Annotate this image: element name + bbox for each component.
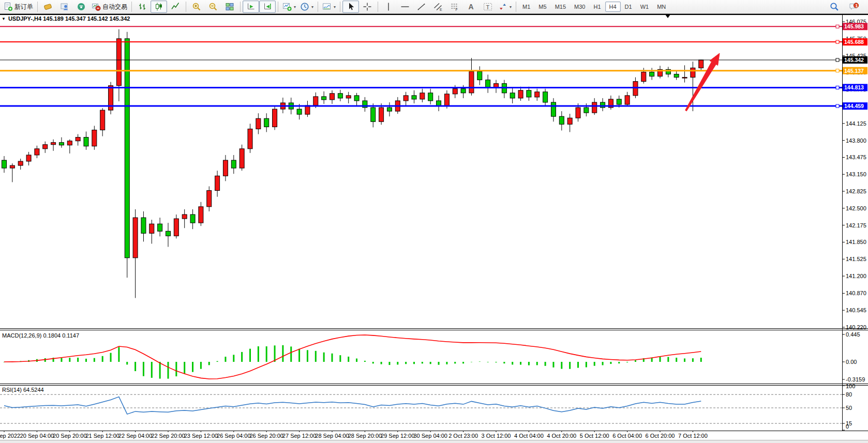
svg-text:28 Sep 20:00: 28 Sep 20:00	[348, 433, 382, 439]
svg-text:28 Sep 04:00: 28 Sep 04:00	[315, 433, 349, 439]
new-chart-icon	[282, 2, 292, 11]
svg-text:T: T	[486, 4, 490, 10]
arrows-button[interactable]: ▾	[496, 1, 514, 13]
line-chart-icon	[171, 2, 180, 11]
market-watch-icon	[60, 2, 69, 11]
line-anchor	[836, 69, 839, 72]
svg-text:5 Oct 12:00: 5 Oct 12:00	[580, 433, 609, 439]
timeframe-m1-button[interactable]: M1	[518, 2, 534, 12]
periods-button[interactable]: ▾	[298, 1, 316, 13]
price-axis[interactable]: 146.075145.750145.425145.100144.775144.4…	[842, 19, 866, 330]
svg-text:80: 80	[846, 391, 852, 398]
svg-text:26 Sep 04:00: 26 Sep 04:00	[217, 433, 250, 439]
channel-button[interactable]: E	[430, 1, 446, 13]
svg-text:145.983: 145.983	[844, 23, 864, 29]
bar-chart-button[interactable]	[134, 1, 151, 13]
svg-text:19 Sep 2022: 19 Sep 2022	[0, 433, 20, 439]
svg-text:2 Oct 23:00: 2 Oct 23:00	[448, 433, 478, 439]
timeframe-m15-button[interactable]: M15	[551, 2, 570, 12]
svg-text:141.525: 141.525	[846, 256, 866, 262]
crosshair-icon	[363, 2, 372, 11]
new-order-icon	[4, 2, 13, 11]
svg-text:143.150: 143.150	[846, 171, 866, 177]
text-icon: A	[467, 2, 476, 11]
timeframe-m5-button[interactable]: M5	[534, 2, 550, 12]
scroll-end-marker	[665, 14, 670, 18]
profiles-icon	[43, 2, 53, 11]
signals-button[interactable]	[73, 1, 89, 13]
svg-text:0: 0	[846, 423, 849, 430]
zoom-in-icon	[192, 2, 201, 11]
trendline-button[interactable]	[413, 1, 430, 13]
toolbar-separator	[240, 2, 241, 12]
rsi-indicator-label: RSI(14) 64.5244	[2, 387, 44, 393]
line-anchor	[836, 104, 839, 108]
chevron-down-icon: ▾	[510, 5, 512, 9]
chat-icon: 1	[849, 2, 859, 11]
svg-text:0.445: 0.445	[846, 331, 860, 338]
timeframe-h4-button[interactable]: H4	[605, 2, 621, 12]
svg-text:29 Sep 12:00: 29 Sep 12:00	[381, 433, 414, 439]
timeframe-w1-button[interactable]: W1	[636, 2, 653, 12]
svg-text:141.850: 141.850	[846, 239, 866, 245]
timeframe-d1-button[interactable]: D1	[621, 2, 636, 12]
toolbar-separator	[340, 2, 340, 12]
signals-icon	[77, 2, 86, 11]
periods-icon	[300, 2, 309, 11]
chart-canvas[interactable]: 146.075145.750145.425145.100144.775144.4…	[0, 14, 868, 443]
market-watch-button[interactable]	[56, 1, 73, 13]
svg-text:50: 50	[846, 405, 852, 411]
toolbar-separator	[378, 2, 378, 12]
svg-text:30 Sep 04:00: 30 Sep 04:00	[413, 433, 447, 439]
main-toolbar: 新订单自动交易▾▾▾EFAT▾M1M5M15M30H1H4D1W1MN1	[0, 0, 868, 14]
horizontal-line-button[interactable]	[397, 1, 413, 13]
search-button[interactable]	[826, 1, 843, 13]
svg-text:145.342: 145.342	[844, 57, 864, 63]
line-anchor	[836, 58, 839, 62]
crosshair-button[interactable]	[359, 1, 376, 13]
zoom-in-button[interactable]	[188, 1, 205, 13]
line-chart-button[interactable]	[167, 1, 184, 13]
time-axis[interactable]: 19 Sep 202220 Sep 04:0020 Sep 20:0021 Se…	[0, 431, 708, 439]
notifications-button[interactable]: 1	[846, 1, 862, 13]
toolbar-right: 1	[826, 1, 866, 13]
profiles-button[interactable]	[40, 1, 56, 13]
svg-text:4 Oct 20:00: 4 Oct 20:00	[547, 433, 576, 439]
chart-shift-button[interactable]	[259, 1, 276, 13]
timeframe-m30-button[interactable]: M30	[570, 2, 589, 12]
text-button[interactable]: A	[463, 1, 480, 13]
fibonacci-button[interactable]: F	[446, 1, 463, 13]
timeframe-h1-button[interactable]: H1	[589, 2, 605, 12]
candle-chart-button[interactable]	[151, 1, 167, 13]
tile-windows-button[interactable]	[221, 1, 238, 13]
svg-text:22 Sep 04:00: 22 Sep 04:00	[118, 433, 152, 439]
svg-text:144.125: 144.125	[846, 120, 866, 127]
timeframe-mn-button[interactable]: MN	[653, 2, 670, 12]
toolbar-separator	[516, 2, 516, 12]
zoom-out-icon	[208, 2, 218, 11]
text-label-button[interactable]: T	[480, 1, 496, 13]
new-order-button[interactable]: 新订单	[2, 1, 35, 13]
autotrading-button[interactable]: 自动交易	[89, 1, 129, 13]
svg-text:27 Sep 12:00: 27 Sep 12:00	[282, 433, 316, 439]
svg-text:140.545: 140.545	[846, 307, 866, 313]
svg-text:-0.3159: -0.3159	[846, 376, 865, 383]
candle-chart-icon	[154, 2, 163, 11]
svg-text:F: F	[456, 8, 458, 11]
new-chart-button[interactable]: ▾	[280, 1, 298, 13]
templates-button[interactable]: ▾	[320, 1, 338, 13]
text-label-icon: T	[483, 2, 492, 11]
trend-line-icon	[417, 2, 426, 11]
toolbar-separator	[186, 2, 186, 12]
panel-frame	[0, 14, 868, 443]
cursor-button[interactable]	[342, 1, 359, 13]
auto-scroll-button[interactable]	[243, 1, 259, 13]
zoom-out-button[interactable]	[205, 1, 221, 13]
horizontal-line-icon	[400, 2, 410, 11]
svg-text:142.500: 142.500	[846, 205, 866, 211]
chart-menu-icon[interactable]: ▼	[2, 17, 6, 21]
svg-text:20 Sep 20:00: 20 Sep 20:00	[53, 433, 86, 439]
svg-text:145.688: 145.688	[844, 39, 864, 45]
vertical-line-button[interactable]	[380, 1, 397, 13]
price-level-lines[interactable]: 145.983145.688145.342145.137144.813144.4…	[0, 23, 867, 110]
